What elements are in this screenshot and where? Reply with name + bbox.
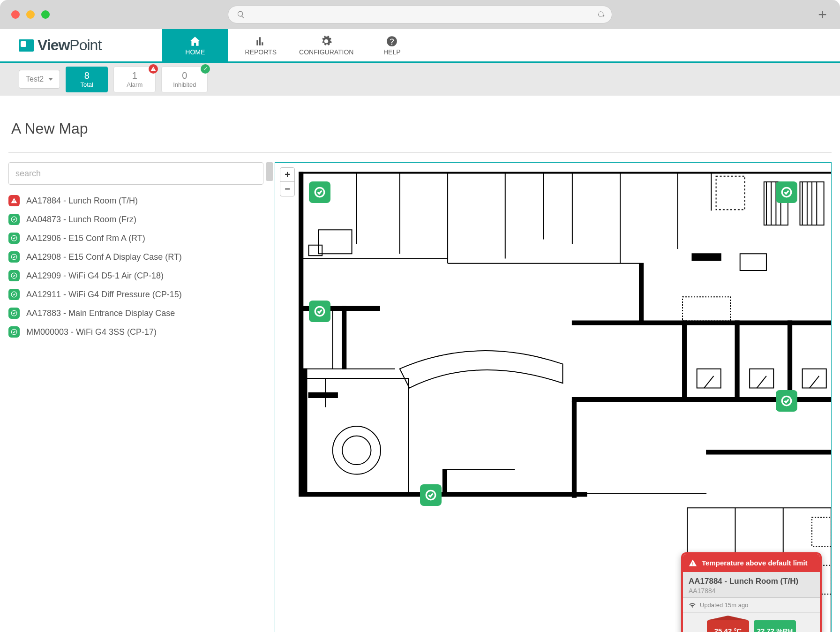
home-icon <box>189 35 201 47</box>
svg-rect-19 <box>716 176 745 210</box>
svg-rect-8 <box>299 172 303 493</box>
sensor-item[interactable]: MM000003 - WiFi G4 3SS (CP-17) <box>8 326 263 338</box>
humidity-value: 22.72 %RH <box>754 620 796 632</box>
sensor-label: AA17883 - Main Entrance Display Case <box>26 308 175 318</box>
brand-icon <box>19 39 34 52</box>
popup-title: AA17884 - Lunch Room (T/H) <box>689 577 814 586</box>
page-title: A New Map <box>11 120 832 137</box>
stat-total-label: Total <box>77 81 96 88</box>
svg-rect-41 <box>309 393 338 398</box>
sensor-item[interactable]: AA12911 - WiFi G4 Diff Pressure (CP-15) <box>8 289 263 300</box>
humidity-reading: 22.72 %RH 0.00 – 50.00 <box>754 620 796 632</box>
nav-home[interactable]: HOME <box>162 29 228 61</box>
close-window-button[interactable] <box>11 10 20 19</box>
brand-logo[interactable]: ViewPoint <box>19 37 101 54</box>
sensor-item[interactable]: AA04873 - Lunch Room (Frz) <box>8 214 263 225</box>
svg-rect-37 <box>342 307 346 369</box>
nav-help[interactable]: HELP <box>359 29 425 61</box>
stat-alarm-value: 1 <box>125 71 144 80</box>
svg-rect-32 <box>318 230 352 254</box>
wifi-icon <box>689 602 696 608</box>
svg-rect-9 <box>299 492 586 496</box>
ok-icon <box>8 233 20 244</box>
ok-icon <box>8 326 20 338</box>
minimize-window-button[interactable] <box>26 10 35 19</box>
svg-rect-58 <box>706 450 831 454</box>
zoom-in-button[interactable]: + <box>280 168 294 182</box>
gear-icon <box>320 35 332 47</box>
floorplan-map[interactable]: + − <box>275 162 832 632</box>
ok-icon <box>8 308 20 319</box>
search-icon <box>237 10 245 19</box>
sensor-label: AA12911 - WiFi G4 Diff Pressure (CP-15) <box>26 290 182 300</box>
divider <box>8 152 832 153</box>
ok-icon <box>8 270 20 281</box>
ok-icon <box>8 251 20 263</box>
stat-inhibited-label: Inhibited <box>173 81 196 88</box>
map-marker-ok[interactable] <box>420 484 442 506</box>
warning-icon <box>689 559 697 567</box>
svg-rect-66 <box>443 469 447 492</box>
svg-point-42 <box>333 426 381 474</box>
svg-rect-56 <box>572 401 576 497</box>
sensor-label: AA12906 - E15 Conf Rm A (RT) <box>26 233 145 243</box>
nav-reports-label: REPORTS <box>245 48 277 56</box>
svg-rect-46 <box>682 297 730 321</box>
stat-total[interactable]: 8 Total <box>66 67 108 92</box>
scroll-handle[interactable] <box>266 162 273 181</box>
new-tab-button[interactable]: + <box>818 6 827 23</box>
sensor-item[interactable]: AA17884 - Lunch Room (T/H) <box>8 195 263 206</box>
stat-total-value: 8 <box>77 71 96 80</box>
nav-configuration[interactable]: CONFIGURATION <box>293 29 359 61</box>
sensor-sidebar: AA17884 - Lunch Room (T/H)AA04873 - Lunc… <box>8 162 263 632</box>
svg-rect-44 <box>572 321 831 324</box>
svg-rect-47 <box>682 321 686 398</box>
zoom-out-button[interactable]: − <box>280 182 294 196</box>
nav-config-label: CONFIGURATION <box>299 48 353 56</box>
ok-icon <box>8 289 20 300</box>
svg-rect-52 <box>750 369 773 388</box>
sensor-label: AA17884 - Lunch Room (T/H) <box>26 196 138 206</box>
svg-rect-54 <box>692 254 720 260</box>
map-marker-ok[interactable] <box>309 181 330 203</box>
svg-rect-48 <box>735 321 739 398</box>
popup-subtitle: AA17884 <box>689 587 814 594</box>
help-icon <box>386 35 398 47</box>
svg-rect-45 <box>639 263 643 324</box>
sensor-item[interactable]: AA12906 - E15 Conf Rm A (RT) <box>8 233 263 244</box>
sensor-label: AA04873 - Lunch Room (Frz) <box>26 215 136 225</box>
map-marker-ok[interactable] <box>309 301 330 322</box>
zoom-controls: + − <box>280 167 295 196</box>
stat-inhibited-value: 0 <box>173 71 196 80</box>
sensor-label: AA12908 - E15 Conf A Display Case (RT) <box>26 252 182 262</box>
sensor-popup: Temperature above default limit AA17884 … <box>681 552 822 632</box>
main-nav: HOME REPORTS CONFIGURATION HELP <box>162 29 425 61</box>
stat-alarm-label: Alarm <box>125 81 144 88</box>
svg-rect-51 <box>697 369 721 388</box>
map-marker-ok[interactable] <box>776 390 797 412</box>
nav-reports[interactable]: REPORTS <box>228 29 293 61</box>
app-header: ViewPoint HOME REPORTS CONFIGURATION HEL… <box>0 29 840 63</box>
url-bar[interactable] <box>228 6 612 23</box>
map-marker-ok[interactable] <box>776 181 797 203</box>
sensor-item[interactable]: AA17883 - Main Entrance Display Case <box>8 308 263 319</box>
search-input[interactable] <box>8 162 263 185</box>
popup-alert-banner: Temperature above default limit <box>683 554 820 572</box>
stat-alarm[interactable]: 1 Alarm <box>113 67 156 92</box>
sensor-item[interactable]: AA12908 - E15 Conf A Display Case (RT) <box>8 251 263 263</box>
sensor-item[interactable]: AA12909 - WiFi G4 D5-1 Air (CP-18) <box>8 270 263 281</box>
browser-chrome: + <box>0 0 840 29</box>
svg-rect-35 <box>303 369 307 494</box>
sensor-list: AA17884 - Lunch Room (T/H)AA04873 - Lunc… <box>8 195 263 338</box>
stat-inhibited[interactable]: 0 Inhibited <box>161 67 208 92</box>
maximize-window-button[interactable] <box>41 10 50 19</box>
svg-rect-55 <box>740 254 766 271</box>
window-controls <box>11 10 50 19</box>
site-selector[interactable]: Test2 <box>19 70 60 89</box>
status-bar: Test2 8 Total 1 Alarm 0 Inhibited <box>0 63 840 96</box>
refresh-icon[interactable] <box>597 10 605 19</box>
popup-updated-text: Updated 15m ago <box>700 602 748 609</box>
site-selector-value: Test2 <box>26 75 44 83</box>
svg-point-43 <box>342 436 371 465</box>
ok-icon <box>8 214 20 225</box>
